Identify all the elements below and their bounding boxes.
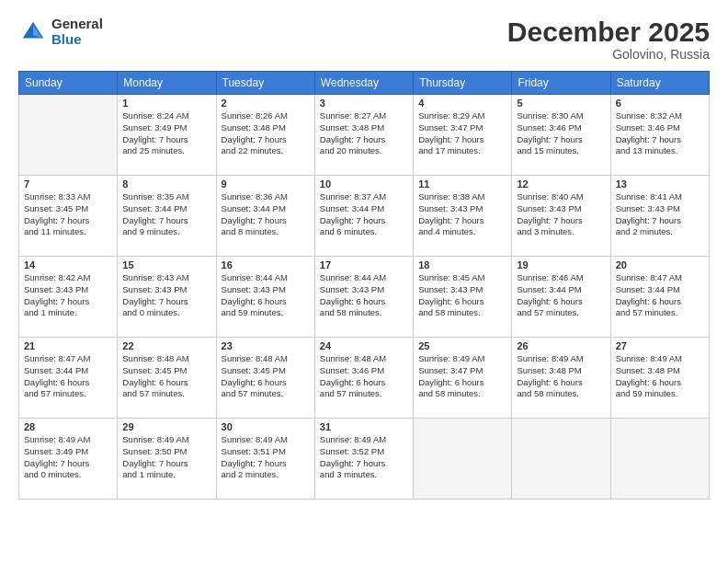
day-number: 29 [122,421,210,432]
logo-general: General [51,17,103,32]
day-info: Sunrise: 8:42 AMSunset: 3:43 PMDaylight:… [24,272,112,319]
calendar-week-row: 21Sunrise: 8:47 AMSunset: 3:44 PMDayligh… [19,338,710,419]
day-info: Sunrise: 8:26 AMSunset: 3:48 PMDaylight:… [222,110,310,157]
calendar-day-cell: 3Sunrise: 8:27 AMSunset: 3:48 PMDaylight… [314,95,413,176]
day-info: Sunrise: 8:49 AMSunset: 3:47 PMDaylight:… [418,353,506,400]
day-number: 8 [122,178,210,190]
day-info: Sunrise: 8:49 AMSunset: 3:49 PMDaylight:… [24,434,112,481]
day-info: Sunrise: 8:49 AMSunset: 3:51 PMDaylight:… [222,434,310,481]
calendar-day-cell: 9Sunrise: 8:36 AMSunset: 3:44 PMDaylight… [216,176,314,257]
calendar-day-cell: 22Sunrise: 8:48 AMSunset: 3:45 PMDayligh… [118,338,216,419]
day-info: Sunrise: 8:47 AMSunset: 3:44 PMDaylight:… [24,353,112,400]
calendar-day-cell: 28Sunrise: 8:49 AMSunset: 3:49 PMDayligh… [19,419,118,500]
day-info: Sunrise: 8:29 AMSunset: 3:47 PMDaylight:… [418,110,506,157]
calendar-day-cell: 18Sunrise: 8:45 AMSunset: 3:43 PMDayligh… [414,257,512,338]
day-number: 12 [517,178,605,190]
logo-blue: Blue [51,32,103,48]
calendar-day-cell: 12Sunrise: 8:40 AMSunset: 3:43 PMDayligh… [512,176,610,257]
calendar-day-cell: 25Sunrise: 8:49 AMSunset: 3:47 PMDayligh… [414,338,512,419]
day-number: 19 [517,259,605,270]
day-info: Sunrise: 8:36 AMSunset: 3:44 PMDaylight:… [222,191,310,238]
calendar-day-cell: 4Sunrise: 8:29 AMSunset: 3:47 PMDaylight… [414,95,512,176]
calendar-day-cell: 1Sunrise: 8:24 AMSunset: 3:49 PMDaylight… [118,95,216,176]
day-number: 30 [222,421,310,432]
day-number: 20 [616,259,704,270]
logo-icon [18,17,48,47]
day-info: Sunrise: 8:38 AMSunset: 3:43 PMDaylight:… [418,191,506,238]
day-number: 3 [320,98,408,109]
day-number: 25 [418,340,506,351]
calendar-day-header: Friday [512,72,610,95]
day-number: 15 [122,259,210,270]
day-number: 11 [418,178,506,190]
day-number: 9 [222,178,310,190]
logo-text: General Blue [51,17,103,47]
day-info: Sunrise: 8:32 AMSunset: 3:46 PMDaylight:… [616,110,704,157]
day-number: 7 [24,178,112,190]
calendar-day-header: Monday [118,72,216,95]
day-number: 21 [24,340,112,351]
calendar-day-cell: 17Sunrise: 8:44 AMSunset: 3:43 PMDayligh… [314,257,413,338]
day-number: 26 [517,340,605,351]
calendar-day-header: Thursday [414,72,512,95]
day-number: 14 [24,259,112,270]
day-info: Sunrise: 8:48 AMSunset: 3:45 PMDaylight:… [122,353,210,400]
calendar-day-cell: 13Sunrise: 8:41 AMSunset: 3:43 PMDayligh… [610,176,709,257]
calendar-day-cell: 8Sunrise: 8:35 AMSunset: 3:44 PMDaylight… [118,176,216,257]
calendar-day-cell [414,419,512,500]
day-number: 13 [616,178,704,190]
calendar-day-cell: 26Sunrise: 8:49 AMSunset: 3:48 PMDayligh… [512,338,610,419]
calendar-day-cell: 20Sunrise: 8:47 AMSunset: 3:44 PMDayligh… [610,257,709,338]
day-number: 31 [320,421,408,432]
calendar-day-cell: 11Sunrise: 8:38 AMSunset: 3:43 PMDayligh… [414,176,512,257]
calendar-day-cell: 15Sunrise: 8:43 AMSunset: 3:43 PMDayligh… [118,257,216,338]
day-info: Sunrise: 8:40 AMSunset: 3:43 PMDaylight:… [517,191,605,238]
day-info: Sunrise: 8:49 AMSunset: 3:50 PMDaylight:… [122,434,210,481]
day-number: 17 [320,259,408,270]
calendar-week-row: 14Sunrise: 8:42 AMSunset: 3:43 PMDayligh… [19,257,710,338]
title-block: December 2025 Golovino, Russia [507,17,710,62]
calendar-day-header: Sunday [19,72,118,95]
day-number: 27 [616,340,704,351]
day-info: Sunrise: 8:45 AMSunset: 3:43 PMDaylight:… [418,272,506,319]
day-number: 2 [222,98,310,109]
day-info: Sunrise: 8:44 AMSunset: 3:43 PMDaylight:… [222,272,310,319]
calendar-day-cell: 10Sunrise: 8:37 AMSunset: 3:44 PMDayligh… [314,176,413,257]
day-info: Sunrise: 8:48 AMSunset: 3:46 PMDaylight:… [320,353,408,400]
calendar-day-cell: 2Sunrise: 8:26 AMSunset: 3:48 PMDaylight… [216,95,314,176]
calendar-day-cell [19,95,118,176]
calendar-week-row: 7Sunrise: 8:33 AMSunset: 3:45 PMDaylight… [19,176,710,257]
day-info: Sunrise: 8:49 AMSunset: 3:48 PMDaylight:… [616,353,704,400]
location: Golovino, Russia [507,47,710,62]
calendar-day-cell: 27Sunrise: 8:49 AMSunset: 3:48 PMDayligh… [610,338,709,419]
calendar-day-header: Wednesday [314,72,413,95]
calendar-week-row: 28Sunrise: 8:49 AMSunset: 3:49 PMDayligh… [19,419,710,500]
day-number: 1 [122,98,210,109]
day-info: Sunrise: 8:44 AMSunset: 3:43 PMDaylight:… [320,272,408,319]
calendar-day-cell: 19Sunrise: 8:46 AMSunset: 3:44 PMDayligh… [512,257,610,338]
page: General Blue December 2025 Golovino, Rus… [0,0,728,563]
day-number: 10 [320,178,408,190]
calendar-day-cell [610,419,709,500]
header: General Blue December 2025 Golovino, Rus… [18,17,710,62]
day-info: Sunrise: 8:46 AMSunset: 3:44 PMDaylight:… [517,272,605,319]
calendar-day-cell: 16Sunrise: 8:44 AMSunset: 3:43 PMDayligh… [216,257,314,338]
calendar-day-cell: 31Sunrise: 8:49 AMSunset: 3:52 PMDayligh… [314,419,413,500]
day-info: Sunrise: 8:24 AMSunset: 3:49 PMDaylight:… [122,110,210,157]
calendar-table: SundayMondayTuesdayWednesdayThursdayFrid… [18,71,710,500]
logo: General Blue [18,17,103,47]
calendar-header-row: SundayMondayTuesdayWednesdayThursdayFrid… [19,72,710,95]
day-number: 16 [222,259,310,270]
day-info: Sunrise: 8:35 AMSunset: 3:44 PMDaylight:… [122,191,210,238]
day-number: 4 [418,98,506,109]
day-info: Sunrise: 8:49 AMSunset: 3:52 PMDaylight:… [320,434,408,481]
calendar-day-cell: 24Sunrise: 8:48 AMSunset: 3:46 PMDayligh… [314,338,413,419]
day-info: Sunrise: 8:27 AMSunset: 3:48 PMDaylight:… [320,110,408,157]
day-info: Sunrise: 8:41 AMSunset: 3:43 PMDaylight:… [616,191,704,238]
calendar-day-cell: 29Sunrise: 8:49 AMSunset: 3:50 PMDayligh… [118,419,216,500]
calendar-day-header: Saturday [610,72,709,95]
day-number: 5 [517,98,605,109]
day-info: Sunrise: 8:49 AMSunset: 3:48 PMDaylight:… [517,353,605,400]
day-number: 6 [616,98,704,109]
calendar-day-cell: 30Sunrise: 8:49 AMSunset: 3:51 PMDayligh… [216,419,314,500]
